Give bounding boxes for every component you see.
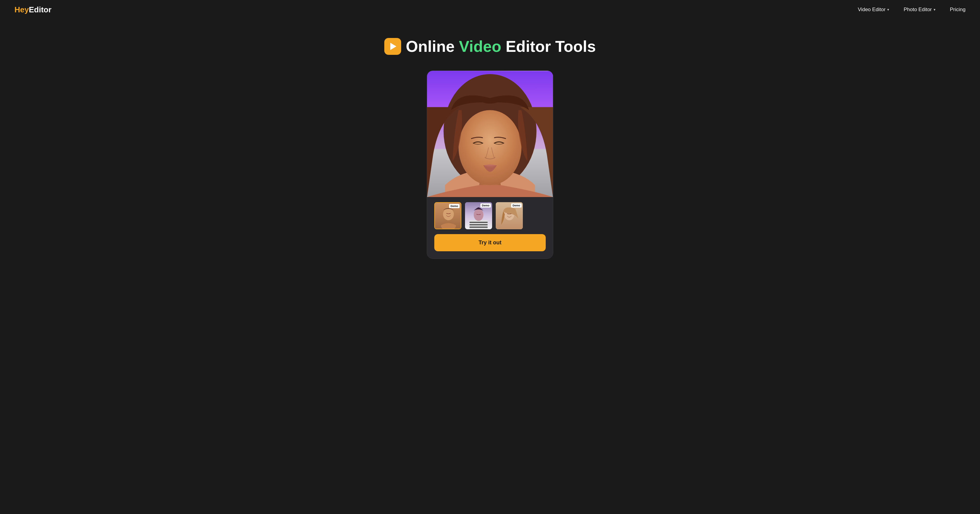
title-highlight: Video [459,38,501,55]
svg-rect-9 [469,222,488,223]
nav-item-video-editor[interactable]: Video Editor ▾ [858,6,889,13]
logo[interactable]: HeyEditor [14,5,51,14]
play-icon-wrapper [384,38,401,55]
hero-heading: Online Video Editor Tools [406,37,596,56]
portrait-svg [427,71,553,197]
nav-links: Video Editor ▾ Photo Editor ▾ Pricing [858,6,966,13]
svg-rect-11 [469,227,488,228]
logo-hey: Hey [14,5,29,14]
play-icon [390,43,396,50]
nav-link-photo-editor[interactable]: Photo Editor ▾ [904,6,935,13]
svg-rect-10 [469,224,488,225]
thumb-2-demo-badge: Demo [480,204,491,208]
nav-item-photo-editor[interactable]: Photo Editor ▾ [904,6,935,13]
chevron-down-icon: ▾ [887,8,889,12]
nav-item-pricing[interactable]: Pricing [950,6,966,13]
svg-point-6 [443,208,454,220]
thumb-1-demo-badge: Demo [449,204,460,208]
title-prefix: Online [406,38,459,55]
chevron-down-icon: ▾ [934,8,935,12]
hero-title: Online Video Editor Tools [384,37,596,56]
nav-link-pricing[interactable]: Pricing [950,6,966,13]
try-button-wrapper: Try it out [427,234,553,258]
nav-link-video-editor[interactable]: Video Editor ▾ [858,6,889,13]
thumbnail-item-3[interactable]: Demo [496,202,523,229]
logo-editor: Editor [29,5,51,14]
main-content: Online Video Editor Tools Video Editor [0,19,980,259]
thumbnails-row: Demo [427,197,553,234]
thumbnail-item-1[interactable]: Demo [434,202,461,229]
navbar: HeyEditor Video Editor ▾ Photo Editor ▾ … [0,0,980,19]
card-image-area: Video Editor [427,71,553,197]
editor-card: Video Editor [427,70,553,259]
portrait-container [427,71,553,197]
thumbnail-item-2[interactable]: Demo [465,202,492,229]
thumb-3-demo-badge: Demo [511,204,522,208]
title-suffix: Editor Tools [501,38,596,55]
try-it-out-button[interactable]: Try it out [434,234,546,251]
svg-point-4 [459,110,522,185]
